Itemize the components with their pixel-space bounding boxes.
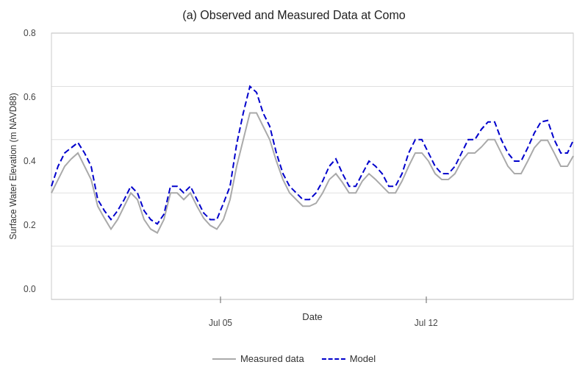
legend: Measured data Model (212, 353, 376, 364)
svg-rect-6 (51, 33, 573, 299)
legend-measured: Measured data (212, 353, 304, 364)
chart-container: (a) Observed and Measured Data at Como S… (0, 0, 588, 373)
x-axis-label: Date (51, 310, 573, 323)
chart-area: 0.8 0.6 0.4 0.2 0.0 Jul 05 Jul 12 (51, 33, 573, 299)
measured-line (51, 113, 573, 233)
y-axis-label: Surface Water Elevation (m NAVD88) (8, 93, 18, 239)
legend-model: Model (322, 353, 376, 364)
chart-svg (51, 33, 573, 299)
chart-title: (a) Observed and Measured Data at Como (0, 0, 588, 22)
model-legend-label: Model (350, 353, 376, 364)
measured-legend-label: Measured data (240, 353, 304, 364)
y-axis-ticks: 0.8 0.6 0.4 0.2 0.0 (24, 33, 36, 299)
measured-legend-icon (212, 358, 236, 360)
model-line (51, 86, 573, 224)
model-legend-icon (322, 358, 345, 360)
